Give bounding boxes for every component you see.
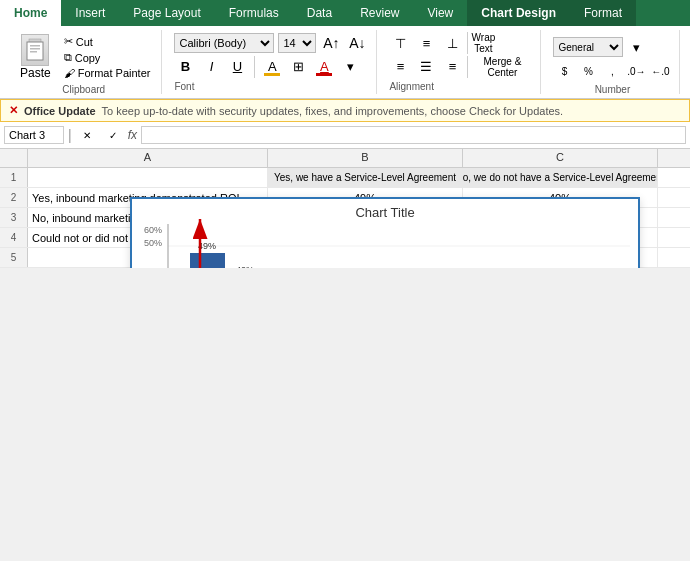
clipboard-buttons: Paste ✂ Cut ⧉ Copy 🖌 Format Painter: [14, 32, 153, 82]
main-area: A B C 1 Yes, we have a Service-Level Agr…: [0, 149, 690, 268]
ribbon-tabs: Home Insert Page Layout Formulas Data Re…: [0, 0, 690, 26]
align-top-button[interactable]: ⊤: [389, 32, 411, 54]
font-family-select[interactable]: Calibri (Body): [174, 33, 274, 53]
fill-color-bar: [264, 73, 280, 76]
align-left-button[interactable]: ≡: [389, 56, 411, 78]
col-header-b[interactable]: B: [268, 149, 463, 167]
col-header-a[interactable]: A: [28, 149, 268, 167]
clipboard-label: Clipboard: [62, 84, 105, 95]
underline-button[interactable]: U: [226, 56, 248, 78]
confirm-formula-button[interactable]: ✓: [102, 124, 124, 146]
wrap-text-button[interactable]: Wrap Text: [472, 32, 494, 54]
svg-text:60%: 60%: [144, 225, 162, 235]
number-row-1: General ▾: [553, 36, 671, 58]
tab-data[interactable]: Data: [293, 0, 346, 26]
cut-button[interactable]: ✂ Cut: [61, 34, 154, 49]
number-dropdown[interactable]: ▾: [625, 36, 647, 58]
office-update-bar: ✕ Office Update To keep up-to-date with …: [0, 99, 690, 122]
tab-page-layout[interactable]: Page Layout: [119, 0, 214, 26]
align-row-2: ≡ ☰ ≡ Merge & Center: [389, 56, 532, 78]
row-num-3: 3: [0, 208, 28, 227]
cell-c1[interactable]: No, we do not have a Service-Level Agree…: [463, 168, 658, 187]
paste-button[interactable]: Paste: [14, 32, 57, 82]
tab-home[interactable]: Home: [0, 0, 61, 26]
dropdown-button[interactable]: ▾: [339, 56, 361, 78]
cell-b1[interactable]: Yes, we have a Service-Level Agreement: [268, 168, 463, 187]
decrease-font-button[interactable]: A↓: [346, 32, 368, 54]
increase-decimal-button[interactable]: .0→: [625, 60, 647, 82]
paintbrush-icon: 🖌: [64, 67, 75, 79]
update-title: Office Update: [24, 105, 96, 117]
cell-a1[interactable]: [28, 168, 268, 187]
number-format-select[interactable]: General: [553, 37, 623, 57]
bar-chart: 0% 10% 20% 30% 40% 50% 60% 49% 40%: [140, 224, 630, 268]
font-group-label: Font: [174, 81, 368, 92]
ribbon-content: Paste ✂ Cut ⧉ Copy 🖌 Format Painter Clip…: [0, 26, 690, 99]
clipboard-small-buttons: ✂ Cut ⧉ Copy 🖌 Format Painter: [61, 34, 154, 80]
align-center-button[interactable]: ☰: [415, 56, 437, 78]
tab-insert[interactable]: Insert: [61, 0, 119, 26]
row-num-2: 2: [0, 188, 28, 207]
cancel-formula-button[interactable]: ✕: [76, 124, 98, 146]
merge-center-button[interactable]: Merge & Center: [472, 56, 532, 78]
divider3: [467, 56, 468, 78]
font-size-select[interactable]: 14 11 12: [278, 33, 316, 53]
align-right-button[interactable]: ≡: [441, 56, 463, 78]
number-controls: General ▾ $ % , .0→ ←.0: [553, 32, 671, 82]
align-row-1: ⊤ ≡ ⊥ Wrap Text: [389, 32, 532, 54]
formula-bar: | ✕ ✓ fx: [0, 122, 690, 149]
tab-chart-design[interactable]: Chart Design: [467, 0, 570, 26]
row-num-header: [0, 149, 28, 167]
tab-formulas[interactable]: Formulas: [215, 0, 293, 26]
svg-rect-2: [30, 45, 40, 47]
alignment-label: Alignment: [389, 81, 532, 92]
tab-view[interactable]: View: [413, 0, 467, 26]
border-button[interactable]: ⊞: [287, 56, 309, 78]
svg-rect-4: [30, 51, 37, 53]
font-color-button[interactable]: A: [313, 56, 335, 78]
percent-button[interactable]: %: [577, 60, 599, 82]
format-painter-button[interactable]: 🖌 Format Painter: [61, 66, 154, 80]
paste-icon: [21, 34, 49, 66]
table-row: 1 Yes, we have a Service-Level Agreement…: [0, 168, 690, 188]
copy-icon: ⧉: [64, 51, 72, 64]
cell-reference-input[interactable]: [4, 126, 64, 144]
copy-button[interactable]: ⧉ Copy: [61, 50, 154, 65]
fill-color-button[interactable]: A: [261, 56, 283, 78]
column-headers: A B C: [0, 149, 690, 168]
svg-rect-3: [30, 48, 40, 50]
currency-button[interactable]: $: [553, 60, 575, 82]
comma-button[interactable]: ,: [601, 60, 623, 82]
increase-font-button[interactable]: A↑: [320, 32, 342, 54]
update-close-button[interactable]: ✕: [9, 104, 18, 117]
paste-label: Paste: [20, 66, 51, 80]
svg-text:40%: 40%: [144, 266, 162, 268]
formula-bar-divider: |: [68, 127, 72, 143]
chart-title: Chart Title: [138, 205, 632, 220]
number-row-2: $ % , .0→ ←.0: [553, 60, 671, 82]
chart-container[interactable]: Chart Title 0% 10% 20% 30% 40% 50% 60% 4: [130, 197, 640, 268]
row-num-4: 4: [0, 228, 28, 247]
bold-button[interactable]: B: [174, 56, 196, 78]
font-row-1: Calibri (Body) 14 11 12 A↑ A↓: [174, 32, 368, 54]
align-middle-button[interactable]: ≡: [415, 32, 437, 54]
font-group: Calibri (Body) 14 11 12 A↑ A↓ B I U A ⊞ …: [166, 30, 377, 94]
number-group: General ▾ $ % , .0→ ←.0 Number: [545, 30, 680, 94]
svg-text:50%: 50%: [144, 238, 162, 248]
scissors-icon: ✂: [64, 35, 73, 48]
row-num-1: 1: [0, 168, 28, 187]
tab-format[interactable]: Format: [570, 0, 636, 26]
align-bottom-button[interactable]: ⊥: [441, 32, 463, 54]
divider2: [467, 32, 468, 54]
italic-button[interactable]: I: [200, 56, 222, 78]
update-message: To keep up-to-date with security updates…: [102, 105, 564, 117]
alignment-group: ⊤ ≡ ⊥ Wrap Text ≡ ☰ ≡ Merge & Center Ali…: [381, 30, 541, 94]
font-color-bar: [316, 73, 332, 76]
fx-label: fx: [128, 128, 137, 142]
col-header-c[interactable]: C: [463, 149, 658, 167]
decrease-decimal-button[interactable]: ←.0: [649, 60, 671, 82]
formula-input[interactable]: [141, 126, 686, 144]
row-num-5: 5: [0, 248, 28, 267]
tab-review[interactable]: Review: [346, 0, 413, 26]
svg-text:49%: 49%: [198, 241, 216, 251]
